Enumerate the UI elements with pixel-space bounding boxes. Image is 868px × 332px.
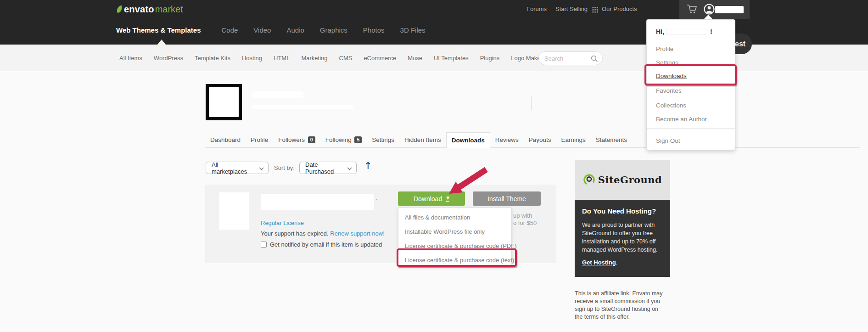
menu-item-profile[interactable]: Profile: [656, 45, 673, 52]
grid-icon: [592, 7, 598, 13]
search-box: [538, 51, 603, 65]
search-input[interactable]: [544, 52, 588, 64]
notify-checkbox[interactable]: [261, 242, 267, 248]
envato-market-logo[interactable]: envatomarket: [116, 4, 183, 15]
greeting-row: Hi, !: [656, 28, 712, 35]
nav-forums[interactable]: Forums: [526, 6, 547, 12]
primary-nav: Web Themes & Templates Code Video Audio …: [116, 26, 441, 34]
cat-template-kits[interactable]: Template Kits: [195, 55, 230, 62]
siteground-logo-icon: [583, 174, 595, 186]
tab-followers-label: Followers: [278, 136, 305, 143]
tab-earnings[interactable]: Earnings: [556, 132, 590, 148]
envato-leaf-icon: [116, 5, 123, 14]
nav-start-selling[interactable]: Start Selling: [555, 6, 588, 12]
menu-divider: [647, 128, 735, 129]
active-category-caret: [157, 39, 166, 45]
redacted-greeting-name: [666, 29, 708, 35]
regular-license-link[interactable]: Regular License: [261, 219, 304, 226]
category-nav: All Items WordPress Template Kits Hostin…: [119, 45, 586, 71]
tab-dashboard[interactable]: Dashboard: [205, 132, 246, 148]
cat-ui-templates[interactable]: UI Templates: [434, 55, 469, 62]
tab-settings[interactable]: Settings: [367, 132, 399, 148]
tab-following-label: Following: [325, 136, 352, 143]
annotation-red-arrow: [436, 161, 496, 202]
account-menu-caret: [704, 15, 713, 19]
primary-nav-photos[interactable]: Photos: [363, 26, 385, 34]
annotation-red-box-license-text: [397, 248, 517, 267]
redacted-item-thumbnail: [219, 192, 249, 230]
cat-hosting[interactable]: Hosting: [242, 55, 262, 62]
siteground-logo-text: SiteGround: [598, 174, 662, 186]
support-expired-text: Your support has expired.: [261, 230, 329, 237]
logo-text-envato: envato: [124, 4, 154, 15]
profile-tabs: Dashboard Profile Followers 0 Following …: [205, 132, 632, 148]
profile-icon[interactable]: [703, 3, 715, 15]
menu-item-favorites[interactable]: Favorites: [656, 87, 682, 94]
redacted-profile-subtitle: [252, 105, 353, 109]
cat-ecommerce[interactable]: eCommerce: [364, 55, 396, 62]
annotation-red-box-downloads: [644, 64, 737, 85]
cat-marketing[interactable]: Marketing: [301, 55, 327, 62]
tab-downloads[interactable]: Downloads: [446, 132, 490, 148]
nav-search-divider: [531, 96, 532, 110]
nav-our-products[interactable]: Our Products: [602, 6, 637, 12]
greeting-suffix: !: [710, 28, 712, 35]
hosting-link-period: .: [616, 259, 618, 266]
primary-nav-web-themes[interactable]: Web Themes & Templates: [116, 26, 201, 34]
following-count-badge: 5: [354, 136, 362, 143]
primary-nav-video[interactable]: Video: [253, 26, 271, 34]
tab-profile[interactable]: Profile: [246, 132, 273, 148]
redacted-item-title: [261, 194, 374, 210]
cat-html[interactable]: HTML: [274, 55, 290, 62]
obscured-text-fragment: up with: [513, 212, 532, 219]
tab-payouts[interactable]: Payouts: [524, 132, 556, 148]
tab-followers[interactable]: Followers 0: [273, 132, 320, 148]
primary-nav-code[interactable]: Code: [222, 26, 238, 34]
sort-direction-button[interactable]: ↑: [364, 160, 372, 171]
cat-wordpress[interactable]: WordPress: [154, 55, 183, 62]
logo-text-market: market: [155, 4, 183, 15]
marketplace-select-value: All marketplaces: [212, 161, 255, 175]
sort-select[interactable]: Date Purchased: [299, 162, 357, 174]
followers-count-badge: 0: [308, 136, 315, 143]
envato-market-page: envatomarket Forums Start Selling Our Pr…: [0, 0, 868, 332]
hosting-link-row: Get Hosting.: [582, 259, 663, 266]
redacted-username: [715, 6, 744, 13]
menu-item-installable-wordpress[interactable]: Installable WordPress file only: [398, 225, 511, 239]
search-icon[interactable]: [591, 55, 598, 62]
hosting-body-text: We are proud to partner with SiteGround …: [582, 221, 663, 254]
siteground-ad-logo-panel[interactable]: SiteGround: [575, 160, 670, 200]
cat-muse[interactable]: Muse: [408, 55, 422, 62]
primary-nav-graphics[interactable]: Graphics: [320, 26, 347, 34]
tab-hidden-items[interactable]: Hidden Items: [399, 132, 446, 148]
hosting-heading: Do You Need Hosting?: [582, 207, 663, 215]
cart-icon[interactable]: [687, 4, 697, 14]
tab-statements[interactable]: Statements: [591, 132, 632, 148]
chevron-down-icon: [347, 166, 352, 170]
menu-item-sign-out[interactable]: Sign Out: [656, 137, 680, 144]
avatar: [206, 84, 242, 120]
item-title-period: .: [376, 194, 378, 201]
primary-nav-audio[interactable]: Audio: [286, 26, 304, 34]
marketplace-select[interactable]: All marketplaces: [206, 162, 269, 174]
tab-following[interactable]: Following 5: [320, 132, 367, 148]
sort-select-value: Date Purchased: [305, 161, 343, 175]
notify-checkbox-label: Get notified by email if this item is up…: [270, 241, 382, 248]
menu-item-all-files[interactable]: All files & documentation: [398, 210, 511, 225]
support-status: Your support has expired. Renew support …: [261, 230, 385, 237]
cat-plugins[interactable]: Plugins: [480, 55, 500, 62]
affiliate-disclaimer: This is an affiliate link. Envato may re…: [575, 290, 667, 321]
menu-item-collections[interactable]: Collections: [656, 102, 686, 109]
chevron-down-icon: [259, 166, 264, 170]
redacted-profile-name: [252, 91, 303, 98]
greeting-text: Hi,: [656, 28, 664, 35]
menu-item-become-an-author[interactable]: Become an Author: [656, 116, 707, 123]
cat-cms[interactable]: CMS: [339, 55, 353, 62]
get-hosting-link[interactable]: Get Hosting: [582, 259, 616, 266]
cat-all-items[interactable]: All Items: [119, 55, 142, 62]
primary-nav-3d-files[interactable]: 3D Files: [400, 26, 426, 34]
siteground-ad-body: Do You Need Hosting? We are proud to par…: [575, 200, 670, 277]
renew-support-link[interactable]: Renew support now!: [330, 230, 385, 237]
tab-reviews[interactable]: Reviews: [490, 132, 524, 148]
sort-by-label: Sort by:: [274, 164, 295, 171]
